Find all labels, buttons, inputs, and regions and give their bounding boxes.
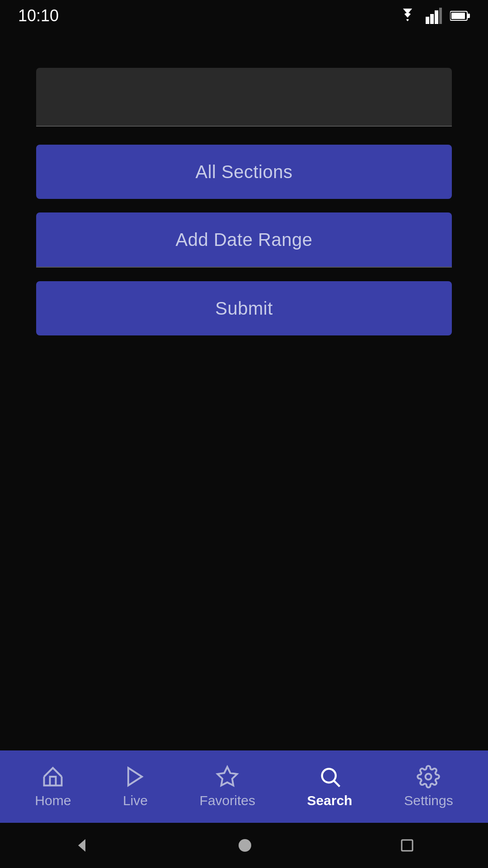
nav-label-settings: Settings [404, 793, 453, 808]
svg-line-10 [334, 781, 339, 787]
svg-rect-6 [451, 13, 465, 19]
status-icons [398, 8, 470, 24]
search-nav-icon [318, 765, 342, 788]
settings-icon [417, 765, 440, 788]
svg-point-11 [426, 774, 432, 780]
svg-point-13 [239, 839, 251, 852]
search-input[interactable] [36, 68, 452, 127]
battery-icon [450, 9, 470, 22]
nav-item-settings[interactable]: Settings [390, 760, 466, 813]
add-date-range-button[interactable]: Add Date Range [36, 212, 452, 267]
status-bar: 10:10 [0, 0, 488, 32]
recents-button[interactable] [400, 838, 414, 853]
home-button[interactable] [237, 837, 253, 854]
live-icon [123, 765, 147, 788]
nav-label-live: Live [123, 793, 148, 808]
main-content: All Sections Add Date Range Submit [0, 32, 488, 750]
all-sections-button[interactable]: All Sections [36, 145, 452, 199]
date-range-section: Add Date Range [36, 212, 452, 281]
svg-marker-7 [128, 768, 142, 786]
nav-item-home[interactable]: Home [21, 760, 84, 813]
nav-item-live[interactable]: Live [109, 760, 161, 813]
svg-rect-0 [426, 17, 429, 24]
svg-rect-1 [430, 14, 434, 24]
nav-item-search[interactable]: Search [294, 760, 366, 813]
svg-point-9 [322, 769, 335, 783]
nav-item-favorites[interactable]: Favorites [186, 760, 269, 813]
nav-label-search: Search [307, 793, 352, 808]
favorites-icon [216, 765, 239, 788]
svg-rect-2 [435, 10, 438, 24]
nav-label-favorites: Favorites [200, 793, 255, 808]
svg-marker-8 [218, 767, 237, 785]
bottom-nav: Home Live Favorites Search Settings [0, 750, 488, 823]
status-time: 10:10 [18, 6, 59, 25]
search-input-container[interactable] [36, 68, 452, 127]
nav-label-home: Home [35, 793, 71, 808]
back-button[interactable] [74, 837, 90, 854]
svg-rect-3 [439, 8, 442, 24]
submit-button[interactable]: Submit [36, 281, 452, 335]
svg-rect-14 [402, 840, 413, 851]
home-icon [41, 765, 65, 788]
wifi-icon [398, 9, 418, 23]
svg-rect-5 [467, 14, 470, 18]
android-nav-bar [0, 823, 488, 868]
date-range-divider [36, 267, 452, 268]
svg-marker-12 [78, 839, 85, 852]
signal-icon [426, 8, 442, 24]
